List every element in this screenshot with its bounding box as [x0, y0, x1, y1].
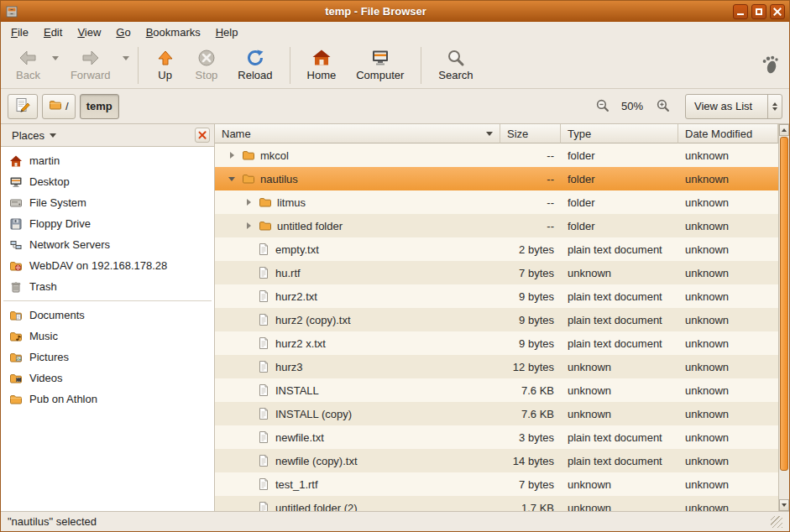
sidebar-item-filesystem[interactable]: File System	[1, 192, 214, 213]
file-modified: unknown	[678, 167, 778, 190]
expander-icon[interactable]	[243, 222, 254, 229]
sidebar-item-home[interactable]: martin	[1, 150, 214, 171]
file-row-selected[interactable]: nautilus -- folder unknown	[215, 167, 778, 190]
file-size: 9 bytes	[500, 331, 561, 355]
search-label: Search	[438, 69, 473, 81]
zoom-out-button[interactable]	[592, 96, 612, 117]
sidebar-item-desktop[interactable]: Desktop	[1, 171, 214, 192]
file-row[interactable]: hurz2 x.txt 9 bytes plain text document …	[215, 331, 778, 355]
menu-edit[interactable]: Edit	[37, 23, 69, 41]
reload-icon	[245, 48, 265, 68]
file-row[interactable]: hurz2 (copy).txt 9 bytes plain text docu…	[215, 308, 778, 331]
scroll-down-button[interactable]	[779, 499, 789, 511]
sidebar-item-pictures[interactable]: Pictures	[1, 347, 214, 368]
file-row[interactable]: test_1.rtf 7 bytes unknown unknown	[215, 472, 778, 496]
file-row[interactable]: newfile (copy).txt 14 bytes plain text d…	[215, 449, 778, 472]
trash-icon	[9, 280, 23, 294]
scroll-up-button[interactable]	[779, 124, 789, 136]
sidebar-item-pub[interactable]: Pub on Athlon	[1, 389, 214, 409]
home-icon	[9, 154, 23, 168]
stop-button[interactable]: Stop	[186, 44, 228, 86]
sidebar-close-button[interactable]	[195, 128, 210, 143]
file-row[interactable]: untitled folder (2) 1.7 KB unknown unkno…	[215, 496, 778, 511]
forward-button[interactable]: Forward	[60, 44, 121, 86]
file-type: plain text document	[561, 308, 678, 331]
file-modified: unknown	[678, 496, 778, 511]
expander-icon[interactable]	[227, 177, 237, 181]
file-row[interactable]: newfile.txt 3 bytes plain text document …	[215, 425, 778, 449]
file-size: 9 bytes	[500, 284, 561, 308]
search-button[interactable]: Search	[428, 44, 483, 86]
column-header-type[interactable]: Type	[561, 124, 678, 143]
file-row[interactable]: hurz2.txt 9 bytes plain text document un…	[215, 284, 778, 308]
back-button[interactable]: Back	[6, 44, 50, 86]
menu-help[interactable]: Help	[209, 23, 245, 41]
computer-button[interactable]: Computer	[346, 44, 414, 86]
sidebar-item-webdav[interactable]: WebDAV on 192.168.178.28	[1, 255, 214, 276]
sidebar-item-label: Pictures	[29, 351, 69, 363]
sidebar-item-network[interactable]: Network Servers	[1, 234, 214, 255]
window-title: temp - File Browser	[22, 5, 730, 18]
column-header-name[interactable]: Name	[215, 124, 500, 143]
scrollbar-thumb[interactable]	[780, 137, 788, 471]
expander-icon[interactable]	[243, 199, 254, 206]
path-current-button[interactable]: temp	[80, 94, 119, 119]
file-row[interactable]: empty.txt 2 bytes plain text document un…	[215, 237, 778, 261]
menu-file[interactable]: File	[4, 23, 35, 41]
sidebar-item-floppy[interactable]: Floppy Drive	[1, 213, 214, 234]
file-name: INSTALL	[275, 384, 319, 397]
text-file-icon	[257, 360, 270, 373]
sort-arrow-icon	[486, 132, 493, 136]
titlebar[interactable]: temp - File Browser	[1, 1, 789, 22]
file-row[interactable]: litmus -- folder unknown	[215, 190, 778, 214]
resize-grip[interactable]	[771, 516, 782, 528]
file-row[interactable]: INSTALL 7.6 KB unknown unknown	[215, 378, 778, 402]
home-button[interactable]: Home	[297, 44, 347, 86]
reload-button[interactable]: Reload	[228, 44, 282, 86]
sidebar-item-videos[interactable]: Videos	[1, 368, 214, 389]
forward-history-dropdown[interactable]	[121, 44, 131, 86]
edit-location-button[interactable]	[8, 94, 38, 119]
file-name: nautilus	[260, 173, 298, 185]
edit-location-icon	[14, 96, 31, 116]
up-button[interactable]: Up	[145, 44, 186, 86]
column-header-date-modified[interactable]: Date Modified	[678, 124, 778, 143]
minimize-button[interactable]	[733, 4, 748, 19]
path-root-button[interactable]: /	[42, 94, 76, 119]
menu-view[interactable]: View	[71, 23, 107, 41]
file-row[interactable]: mkcol -- folder unknown	[215, 143, 778, 167]
folder-icon	[49, 98, 62, 114]
sidebar-item-trash[interactable]: Trash	[1, 276, 214, 297]
maximize-button[interactable]	[751, 4, 766, 19]
view-mode-select[interactable]: View as List	[685, 94, 782, 119]
zoom-in-button[interactable]	[652, 96, 672, 117]
file-row[interactable]: INSTALL (copy) 7.6 KB unknown unknown	[215, 402, 778, 425]
sidebar-item-documents[interactable]: Documents	[1, 305, 214, 326]
forward-label: Forward	[71, 69, 111, 81]
back-history-dropdown[interactable]	[50, 44, 60, 86]
sidebar-item-label: Pub on Athlon	[29, 393, 97, 405]
vertical-scrollbar[interactable]	[778, 124, 789, 511]
menu-bookmarks[interactable]: Bookmarks	[139, 23, 207, 41]
sidebar-mode-dropdown[interactable]: Places	[5, 127, 63, 144]
file-row[interactable]: hu.rtf 7 bytes unknown unknown	[215, 261, 778, 284]
close-button[interactable]	[770, 4, 785, 19]
music-folder-icon	[9, 330, 23, 343]
file-row[interactable]: hurz3 12 bytes unknown unknown	[215, 355, 778, 378]
file-type: plain text document	[561, 284, 678, 308]
file-row[interactable]: untitled folder -- folder unknown	[215, 214, 778, 237]
expander-icon[interactable]	[227, 152, 237, 159]
file-size: 2 bytes	[500, 237, 561, 261]
sidebar-item-music[interactable]: Music	[1, 326, 214, 347]
column-header-size[interactable]: Size	[500, 124, 561, 143]
file-size: --	[500, 167, 561, 190]
close-icon	[773, 8, 782, 16]
file-name: hurz2.txt	[275, 290, 317, 303]
text-file-icon	[257, 383, 270, 397]
main-area: Places martin Desktop File System	[1, 124, 789, 511]
zoom-out-icon	[595, 98, 610, 115]
menu-go[interactable]: Go	[109, 23, 137, 41]
view-mode-spinner[interactable]	[767, 95, 782, 118]
file-size: 12 bytes	[500, 355, 561, 378]
text-file-icon	[257, 454, 270, 467]
